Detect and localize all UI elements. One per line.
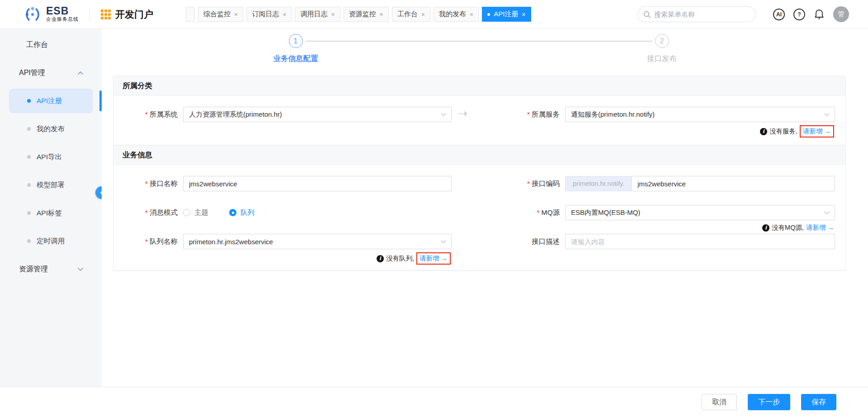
bullet-icon bbox=[27, 183, 31, 187]
tab-my-publish[interactable]: 我的发布 × bbox=[434, 7, 479, 22]
bullet-icon bbox=[27, 239, 31, 243]
bullet-icon bbox=[27, 211, 31, 215]
service-note: i 没有服务, 请新增 → bbox=[760, 125, 834, 137]
footer-bar: 取消 下一步 保存 bbox=[0, 387, 868, 417]
info-icon: i bbox=[377, 255, 384, 262]
sidebar-item-api-export[interactable]: API导出 bbox=[0, 143, 102, 171]
system-select[interactable]: 人力资源管理系统(primeton.hr) bbox=[183, 107, 452, 122]
annotation-box: 请新增 → bbox=[800, 125, 834, 137]
stepper-step-1: 1 业务信息配置 bbox=[255, 34, 336, 64]
radio-checked-icon bbox=[229, 209, 236, 216]
chevron-down-icon bbox=[440, 113, 447, 117]
api-desc-input[interactable] bbox=[565, 234, 835, 249]
close-icon[interactable]: × bbox=[283, 11, 286, 18]
tab-invoke-log[interactable]: 调用日志 × bbox=[295, 7, 340, 22]
bullet-icon bbox=[27, 99, 31, 103]
user-avatar[interactable]: 管 bbox=[833, 6, 849, 22]
close-icon[interactable]: × bbox=[470, 11, 473, 18]
step-2-circle: 2 bbox=[655, 34, 669, 48]
sidebar-item-scheduled-invoke[interactable]: 定时调用 bbox=[0, 227, 102, 255]
search-icon bbox=[643, 10, 651, 19]
tab-resource-monitor[interactable]: 资源监控 × bbox=[344, 7, 389, 22]
label-api-code: 接口编码 bbox=[474, 179, 565, 189]
label-system: 所属系统 bbox=[113, 110, 183, 119]
dashed-arrow-icon: ⇢ bbox=[452, 107, 474, 122]
esb-brand: ESB 企业服务总线 bbox=[24, 5, 79, 24]
label-api-desc: 接口描述 bbox=[474, 237, 565, 246]
tab-bar: 综合监控 × 订阅日志 × 调用日志 × 资源监控 × 工作台 × 我的发布 × bbox=[186, 7, 531, 22]
tab-workbench[interactable]: 工作台 × bbox=[392, 7, 430, 22]
sidebar-group-resource-management[interactable]: 资源管理 bbox=[0, 255, 102, 283]
close-icon[interactable]: × bbox=[522, 11, 525, 18]
ai-assistant-icon[interactable]: AI bbox=[773, 9, 785, 20]
tab-api-register[interactable]: API注册 × bbox=[482, 7, 531, 22]
bullet-icon bbox=[27, 127, 31, 131]
chevron-down-icon bbox=[440, 240, 447, 244]
close-icon[interactable]: × bbox=[421, 11, 425, 18]
logo-subtitle: 企业服务总线 bbox=[46, 16, 79, 23]
chevron-down-icon bbox=[824, 211, 830, 215]
sidebar-item-workbench[interactable]: 工作台 bbox=[0, 31, 102, 59]
main-content: 1 业务信息配置 2 接口发布 所属分类 所属系统 人力资源管理系统(prime… bbox=[102, 29, 868, 387]
esb-logo-icon bbox=[24, 5, 42, 24]
label-queue-name: 队列名称 bbox=[113, 237, 183, 246]
stepper-step-2: 2 接口发布 bbox=[621, 34, 703, 64]
mq-source-select[interactable]: ESB内置MQ(ESB-MQ) bbox=[565, 205, 835, 220]
close-icon[interactable]: × bbox=[331, 11, 335, 18]
api-code-input[interactable] bbox=[632, 176, 835, 191]
cancel-button[interactable]: 取消 bbox=[702, 394, 737, 410]
add-queue-link[interactable]: 请新增 → bbox=[420, 255, 448, 262]
tab-monitoring[interactable]: 综合监控 × bbox=[198, 7, 243, 22]
queue-name-select[interactable]: primeton.hr.jms2webservice bbox=[183, 234, 452, 249]
annotation-box: 请新增 → bbox=[416, 252, 451, 265]
label-service: 所属服务 bbox=[474, 110, 565, 119]
help-icon[interactable]: ? bbox=[793, 9, 805, 20]
portal-grid-icon bbox=[101, 9, 111, 19]
header-divider bbox=[90, 8, 90, 21]
sidebar-nav: 工作台 API管理 API注册 我的发布 API导出 bbox=[0, 29, 102, 387]
info-icon: i bbox=[760, 128, 767, 135]
info-icon: i bbox=[762, 224, 769, 232]
next-step-button[interactable]: 下一步 bbox=[748, 394, 790, 410]
form-card: 所属分类 所属系统 人力资源管理系统(primeton.hr) bbox=[113, 76, 846, 271]
header-actions: AI ? 管 bbox=[773, 6, 849, 22]
close-icon[interactable]: × bbox=[380, 11, 383, 18]
api-name-input[interactable] bbox=[183, 176, 452, 191]
queue-note: i 没有队列, 请新增 → bbox=[377, 252, 451, 265]
chevron-up-icon bbox=[77, 71, 84, 75]
sidebar-item-model-deploy[interactable]: 模型部署 bbox=[0, 171, 102, 199]
label-msg-mode: 消息模式 bbox=[113, 208, 183, 218]
sidebar-group-api-management[interactable]: API管理 bbox=[0, 59, 102, 87]
stepper-line bbox=[306, 41, 652, 42]
radio-topic[interactable]: 主题 bbox=[183, 208, 208, 218]
top-header: ESB 企业服务总线 开发门户 综合监控 × 订阅日志 × 调用日志 × bbox=[0, 0, 868, 29]
add-service-link[interactable]: 请新增 → bbox=[803, 128, 831, 135]
api-code-prefix: primeton.hr.notify. bbox=[565, 176, 632, 191]
step-2-label: 接口发布 bbox=[621, 54, 703, 64]
bullet-icon bbox=[27, 155, 31, 159]
sidebar-item-my-publish[interactable]: 我的发布 bbox=[0, 115, 102, 143]
portal-brand: 开发门户 bbox=[101, 8, 153, 21]
menu-search bbox=[637, 6, 756, 22]
portal-title: 开发门户 bbox=[115, 8, 153, 21]
active-dot-icon bbox=[487, 13, 490, 16]
tab-partial[interactable] bbox=[186, 7, 195, 22]
label-api-name: 接口名称 bbox=[113, 179, 183, 189]
close-icon[interactable]: × bbox=[234, 11, 238, 18]
section-title-business-info: 业务信息 bbox=[113, 145, 845, 165]
mq-source-note: i 没有MQ源, 请新增 → bbox=[762, 223, 834, 232]
sidebar-item-api-register[interactable]: API注册 bbox=[9, 89, 93, 113]
service-select[interactable]: 通知服务(primeton.hr.notify) bbox=[565, 107, 835, 122]
notification-bell-icon[interactable] bbox=[814, 9, 825, 20]
radio-queue[interactable]: 队列 bbox=[229, 208, 255, 218]
step-1-circle: 1 bbox=[289, 34, 303, 48]
step-1-label: 业务信息配置 bbox=[255, 54, 336, 64]
save-button[interactable]: 保存 bbox=[801, 394, 836, 410]
search-input[interactable] bbox=[637, 6, 756, 22]
label-mq-source: MQ源 bbox=[474, 208, 565, 218]
radio-icon bbox=[183, 209, 190, 216]
sidebar-item-api-tags[interactable]: API标签 bbox=[0, 199, 102, 227]
chevron-down-icon bbox=[824, 113, 830, 117]
add-mq-source-link[interactable]: 请新增 → bbox=[806, 223, 834, 232]
tab-subscribe-log[interactable]: 订阅日志 × bbox=[246, 7, 292, 22]
